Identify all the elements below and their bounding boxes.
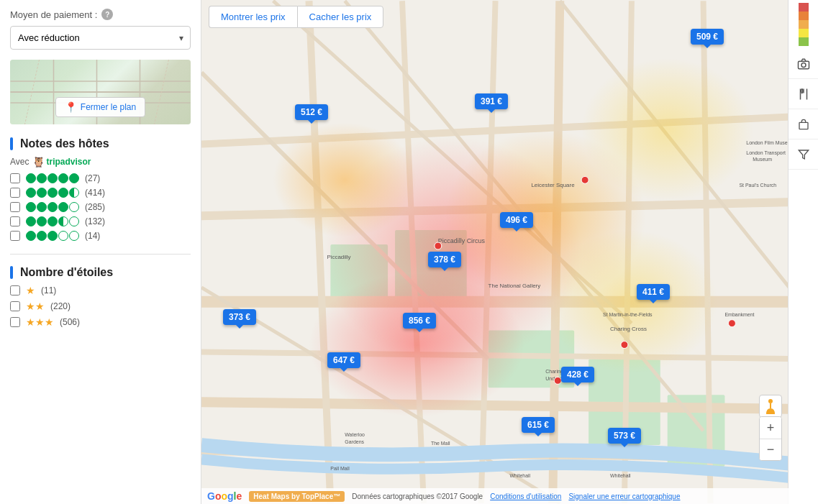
close-map-label: Fermer le plan bbox=[81, 102, 136, 112]
rating-checkbox-3-5[interactable] bbox=[10, 216, 20, 226]
svg-text:Whitehall: Whitehall bbox=[610, 473, 631, 478]
restaurant-icon-btn[interactable] bbox=[789, 79, 818, 109]
star-count-1: (11) bbox=[41, 285, 56, 295]
google-logo: Google bbox=[207, 490, 242, 502]
circle-2 bbox=[37, 231, 47, 241]
payment-select-wrapper: Avec réductionSans réductionCarte de cré… bbox=[10, 26, 191, 50]
rating-circles-3-5 bbox=[26, 216, 79, 226]
filter-icon-btn[interactable] bbox=[789, 139, 818, 170]
sidebar: Moyen de paiement : ? Avec réductionSans… bbox=[0, 0, 201, 504]
svg-text:Charing Cross: Charing Cross bbox=[610, 326, 647, 332]
circle-5 bbox=[69, 173, 79, 183]
close-map-button[interactable]: 📍 Fermer le plan bbox=[55, 97, 145, 117]
tripadvisor-brand: tripadvisor bbox=[46, 157, 91, 167]
svg-point-58 bbox=[581, 176, 588, 183]
svg-point-59 bbox=[621, 342, 628, 349]
circle-3 bbox=[47, 173, 58, 183]
star-row-2: ★★ (220) bbox=[10, 301, 191, 312]
star-checkbox-2[interactable] bbox=[10, 301, 20, 311]
svg-text:Pall Mall: Pall Mall bbox=[330, 466, 350, 471]
map-background-svg: Piccadilly Circus The National Gallery C… bbox=[201, 0, 818, 504]
rating-circles-5 bbox=[26, 173, 79, 183]
rating-row-4: (285) bbox=[10, 202, 191, 212]
star-checkbox-3[interactable] bbox=[10, 317, 20, 327]
circle-2 bbox=[37, 188, 47, 198]
rating-count-4-5: (414) bbox=[85, 188, 105, 198]
rating-row-3: (14) bbox=[10, 231, 191, 241]
star-icon-3: ★★★ bbox=[26, 316, 54, 328]
price-marker-512[interactable]: 512 € bbox=[295, 104, 328, 120]
rating-row-3-5: (132) bbox=[10, 216, 191, 226]
camera-icon bbox=[797, 58, 810, 70]
price-marker-496[interactable]: 496 € bbox=[500, 212, 533, 228]
tripadvisor-prefix: Avec bbox=[10, 157, 29, 167]
street-view-button[interactable] bbox=[759, 395, 782, 418]
circle-3 bbox=[47, 216, 58, 226]
zoom-out-button[interactable]: − bbox=[760, 439, 781, 460]
stars-title: Nombre d'étoiles bbox=[10, 266, 191, 279]
host-ratings-section: Notes des hôtes Avec 🦉 tripadvisor (27) bbox=[10, 134, 191, 245]
circle-2 bbox=[37, 202, 47, 212]
svg-text:Gardens: Gardens bbox=[345, 439, 364, 444]
price-marker-509[interactable]: 509 € bbox=[691, 29, 724, 45]
camera-icon-btn[interactable] bbox=[789, 49, 818, 79]
price-marker-856[interactable]: 856 € bbox=[403, 313, 436, 329]
price-marker-615[interactable]: 615 € bbox=[522, 417, 555, 433]
svg-text:Whitehall: Whitehall bbox=[510, 473, 531, 478]
tripadvisor-logo: 🦉 tripadvisor bbox=[32, 156, 91, 168]
circle-1 bbox=[26, 231, 36, 241]
price-marker-647[interactable]: 647 € bbox=[327, 352, 360, 368]
rating-checkbox-4[interactable] bbox=[10, 202, 20, 212]
svg-text:Piccadilly Circus: Piccadilly Circus bbox=[438, 237, 486, 244]
payment-label-text: Moyen de paiement : bbox=[10, 9, 97, 20]
rating-checkbox-3[interactable] bbox=[10, 231, 20, 241]
price-marker-411[interactable]: 411 € bbox=[637, 284, 670, 300]
circle-4-half bbox=[58, 216, 68, 226]
svg-line-18 bbox=[201, 402, 818, 409]
star-count-3: (506) bbox=[60, 317, 80, 327]
svg-text:Piccadilly: Piccadilly bbox=[327, 254, 350, 260]
price-marker-573[interactable]: 573 € bbox=[608, 428, 641, 444]
star-icon-1: ★ bbox=[26, 285, 35, 296]
help-icon[interactable]: ? bbox=[101, 9, 113, 20]
svg-marker-69 bbox=[799, 150, 808, 159]
show-prices-button[interactable]: Montrer les prix bbox=[209, 6, 297, 28]
rating-checkbox-5[interactable] bbox=[10, 173, 20, 183]
svg-point-62 bbox=[728, 320, 735, 327]
circle-1 bbox=[26, 173, 36, 183]
circle-3 bbox=[47, 188, 58, 198]
svg-text:The Mall: The Mall bbox=[431, 441, 450, 446]
terms-link[interactable]: Conditions d'utilisation bbox=[490, 492, 561, 500]
star-checkbox-1[interactable] bbox=[10, 285, 20, 295]
svg-point-64 bbox=[801, 63, 806, 67]
error-link[interactable]: Signaler une erreur cartographique bbox=[568, 492, 680, 500]
svg-text:St Martin-in-the-Fields: St Martin-in-the-Fields bbox=[603, 312, 653, 317]
svg-rect-68 bbox=[799, 122, 808, 129]
circle-5-half bbox=[69, 188, 79, 198]
map-controls: Montrer les prix Cacher les prix bbox=[209, 6, 383, 28]
rating-checkbox-4-5[interactable] bbox=[10, 188, 20, 198]
star-row-3: ★★★ (506) bbox=[10, 316, 191, 328]
rating-row-4-5: (414) bbox=[10, 188, 191, 198]
zoom-in-button[interactable]: + bbox=[760, 417, 781, 439]
price-marker-378[interactable]: 378 € bbox=[428, 252, 461, 267]
price-marker-373[interactable]: 373 € bbox=[223, 309, 256, 325]
price-marker-391[interactable]: 391 € bbox=[475, 93, 508, 109]
svg-point-36 bbox=[581, 58, 753, 201]
price-marker-428[interactable]: 428 € bbox=[561, 367, 594, 382]
hide-prices-button[interactable]: Cacher les prix bbox=[297, 6, 384, 28]
map-data-label: Données cartographiques ©2017 Google bbox=[352, 492, 483, 500]
color-scale-green bbox=[799, 37, 809, 46]
shopping-icon-btn[interactable] bbox=[789, 109, 818, 139]
svg-point-35 bbox=[273, 123, 417, 237]
zoom-controls: + − bbox=[759, 416, 782, 461]
svg-point-34 bbox=[309, 273, 524, 416]
svg-text:St Paul's Church: St Paul's Church bbox=[739, 183, 776, 188]
circle-4 bbox=[58, 188, 68, 198]
circle-3 bbox=[47, 231, 58, 241]
filter-icon bbox=[798, 149, 809, 160]
payment-select[interactable]: Avec réductionSans réductionCarte de cré… bbox=[10, 26, 191, 50]
rating-circles-4 bbox=[26, 202, 79, 212]
circle-4 bbox=[58, 202, 68, 212]
shopping-icon bbox=[798, 118, 809, 131]
